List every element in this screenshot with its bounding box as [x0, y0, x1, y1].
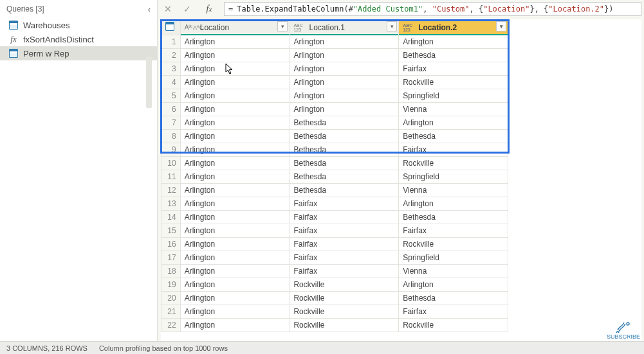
cancel-formula-icon[interactable]: ✕	[161, 3, 175, 15]
cell[interactable]: Fairfax	[290, 197, 399, 211]
cell[interactable]: Vienna	[399, 184, 508, 197]
table-row[interactable]: 1ArlingtonArlingtonArlington	[161, 35, 508, 49]
row-number[interactable]: 18	[161, 265, 181, 278]
cell[interactable]: Fairfax	[399, 305, 508, 319]
cell[interactable]: Bethesda	[290, 116, 399, 130]
cell[interactable]: Springfield	[399, 89, 508, 103]
column-header-location-1[interactable]: ABC123Location.1▾	[290, 20, 399, 35]
table-row[interactable]: 12ArlingtonBethesdaVienna	[161, 184, 508, 197]
table-row[interactable]: 20ArlingtonRockvilleBethesda	[161, 292, 508, 305]
column-filter-dropdown-icon[interactable]: ▾	[496, 21, 506, 31]
cell[interactable]: Arlington	[180, 211, 290, 224]
cell[interactable]: Fairfax	[399, 143, 508, 157]
table-row[interactable]: 21ArlingtonRockvilleFairfax	[161, 305, 508, 319]
cell[interactable]: Bethesda	[290, 143, 399, 157]
cell[interactable]: Arlington	[180, 130, 290, 143]
cell[interactable]: Fairfax	[290, 238, 399, 251]
table-row[interactable]: 15ArlingtonFairfaxFairfax	[161, 224, 508, 238]
cell[interactable]: Arlington	[180, 184, 290, 197]
table-row[interactable]: 10ArlingtonBethesdaRockville	[161, 157, 508, 170]
cell[interactable]: Arlington	[399, 278, 508, 292]
table-row[interactable]: 8ArlingtonBethesdaBethesda	[161, 130, 508, 143]
cell[interactable]: Arlington	[290, 35, 399, 49]
cell[interactable]: Arlington	[399, 116, 508, 130]
commit-formula-icon[interactable]: ✓	[180, 3, 194, 15]
cell[interactable]: Arlington	[290, 49, 399, 62]
cell[interactable]: Springfield	[399, 170, 508, 184]
query-item-fxsortandisdistinct[interactable]: fxfxSortAndIsDistinct	[0, 32, 157, 46]
row-number[interactable]: 19	[161, 278, 181, 292]
cell[interactable]: Bethesda	[290, 157, 399, 170]
formula-input[interactable]: = Table.ExpandTableColumn(#"Added Custom…	[224, 2, 641, 16]
cell[interactable]: Bethesda	[399, 292, 508, 305]
cell[interactable]: Arlington	[180, 103, 290, 116]
table-row[interactable]: 6ArlingtonArlingtonVienna	[161, 103, 508, 116]
table-row[interactable]: 11ArlingtonBethesdaSpringfield	[161, 170, 508, 184]
cell[interactable]: Springfield	[399, 251, 508, 265]
column-filter-dropdown-icon[interactable]: ▾	[387, 21, 397, 31]
cell[interactable]: Fairfax	[399, 224, 508, 238]
row-number[interactable]: 12	[161, 184, 181, 197]
cell[interactable]: Rockville	[290, 319, 399, 332]
row-number[interactable]: 6	[161, 103, 181, 116]
row-number[interactable]: 17	[161, 251, 181, 265]
cell[interactable]: Arlington	[180, 197, 290, 211]
row-number[interactable]: 8	[161, 130, 181, 143]
query-item-warehouses[interactable]: Warehouses	[0, 18, 157, 32]
row-number[interactable]: 2	[161, 49, 181, 62]
cell[interactable]: Rockville	[399, 157, 508, 170]
cell[interactable]: Arlington	[180, 251, 290, 265]
row-number[interactable]: 16	[161, 238, 181, 251]
cell[interactable]: Bethesda	[290, 170, 399, 184]
cell[interactable]: Arlington	[180, 224, 290, 238]
row-number[interactable]: 4	[161, 76, 181, 89]
cell[interactable]: Arlington	[180, 89, 290, 103]
cell[interactable]: Arlington	[290, 76, 399, 89]
table-row[interactable]: 7ArlingtonBethesdaArlington	[161, 116, 508, 130]
row-number[interactable]: 14	[161, 211, 181, 224]
query-item-perm-w-rep[interactable]: Perm w Rep	[0, 46, 157, 60]
cell[interactable]: Arlington	[180, 62, 290, 76]
cell[interactable]: Rockville	[290, 278, 399, 292]
cell[interactable]: Arlington	[290, 103, 399, 116]
cell[interactable]: Rockville	[290, 305, 399, 319]
text-type-icon[interactable]: AᴮC	[185, 24, 198, 31]
cell[interactable]: Bethesda	[290, 130, 399, 143]
cell[interactable]: Arlington	[399, 197, 508, 211]
cell[interactable]: Arlington	[180, 49, 290, 62]
row-number[interactable]: 20	[161, 292, 181, 305]
table-row[interactable]: 4ArlingtonArlingtonRockville	[161, 76, 508, 89]
cell[interactable]: Bethesda	[399, 211, 508, 224]
any-type-icon[interactable]: ABC123	[293, 23, 306, 32]
table-row[interactable]: 17ArlingtonFairfaxSpringfield	[161, 251, 508, 265]
cell[interactable]: Arlington	[290, 62, 399, 76]
row-number[interactable]: 1	[161, 35, 181, 49]
collapse-queries-icon[interactable]: ‹	[148, 4, 151, 14]
cell[interactable]: Arlington	[180, 319, 290, 332]
cell[interactable]: Arlington	[180, 238, 290, 251]
cell[interactable]: Arlington	[180, 278, 290, 292]
cell[interactable]: Fairfax	[290, 265, 399, 278]
cell[interactable]: Arlington	[180, 143, 290, 157]
table-row[interactable]: 2ArlingtonArlingtonBethesda	[161, 49, 508, 62]
cell[interactable]: Rockville	[290, 292, 399, 305]
table-row[interactable]: 22ArlingtonRockvilleRockville	[161, 319, 508, 332]
cell[interactable]: Bethesda	[399, 130, 508, 143]
cell[interactable]: Arlington	[180, 170, 290, 184]
column-header-location-2[interactable]: ABC123Location.2▾	[399, 20, 508, 35]
cell[interactable]: Rockville	[399, 238, 508, 251]
table-row[interactable]: 14ArlingtonFairfaxBethesda	[161, 211, 508, 224]
fx-icon[interactable]: fx	[199, 3, 219, 15]
row-number[interactable]: 9	[161, 143, 181, 157]
cell[interactable]: Arlington	[180, 76, 290, 89]
cell[interactable]: Fairfax	[290, 224, 399, 238]
cell[interactable]: Arlington	[180, 265, 290, 278]
table-row[interactable]: 18ArlingtonFairfaxVienna	[161, 265, 508, 278]
panel-resize-handle[interactable]	[157, 0, 160, 341]
row-number[interactable]: 15	[161, 224, 181, 238]
table-row[interactable]: 19ArlingtonRockvilleArlington	[161, 278, 508, 292]
cell[interactable]: Arlington	[180, 292, 290, 305]
cell[interactable]: Rockville	[399, 319, 508, 332]
table-row[interactable]: 13ArlingtonFairfaxArlington	[161, 197, 508, 211]
row-number[interactable]: 3	[161, 62, 181, 76]
